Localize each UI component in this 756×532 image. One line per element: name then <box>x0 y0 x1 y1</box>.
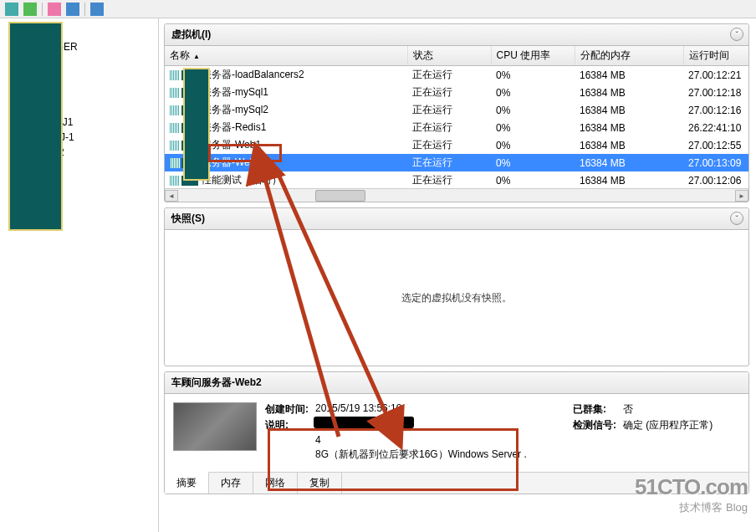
check-value: 确定 (应用程序正常) <box>623 418 740 432</box>
desc-value-3: 8G（新机器到位后要求16G）Windows Server . <box>315 448 564 462</box>
detail-meta: 创建时间: 2015/5/19 13:56:10 说明: che_W_Web2 … <box>265 402 564 463</box>
desc-value-2: 4 <box>315 434 564 446</box>
table-row[interactable]: 服务器-mySql2正在运行0%16384 MB27.00:12:16 <box>165 101 748 119</box>
toolbar-icon-3[interactable] <box>48 3 61 16</box>
watermark-line1: 51CTO.com <box>635 474 748 500</box>
redaction-scribble <box>314 417 414 428</box>
horizontal-scrollbar[interactable]: ◄ ► <box>165 188 748 202</box>
snapshot-body: 选定的虚拟机没有快照。 <box>165 230 748 366</box>
created-label: 创建时间: <box>265 402 315 417</box>
sidebar: 管理器 -MANAGER 1 1 4 5 CJJ1 -BJ-1 J-2 <box>0 18 159 532</box>
col-mem[interactable]: 分配的内存 <box>575 46 683 66</box>
collapse-icon[interactable]: ˇ <box>730 212 743 225</box>
redaction-box <box>183 68 210 181</box>
created-value: 2015/5/19 13:56:10 <box>315 402 564 417</box>
scroll-right-icon[interactable]: ► <box>735 190 748 202</box>
vm-table: 名称▲ 状态 CPU 使用率 分配的内存 运行时间 服务器-loadBalanc… <box>165 46 748 188</box>
watermark-line2: 技术博客 Blog <box>635 500 748 515</box>
col-cpu[interactable]: CPU 使用率 <box>491 46 575 66</box>
table-row[interactable]: 服务器-Redis1正在运行0%16384 MB26.22:41:10 <box>165 119 748 136</box>
table-row[interactable]: 服务器-Web2正在运行0%16384 MB27.00:13:09 <box>165 154 748 171</box>
toolbar-sep <box>84 3 85 16</box>
redaction-box <box>8 22 63 231</box>
scroll-thumb[interactable] <box>315 190 365 202</box>
detail-panel-header: 车顾问服务器-Web2 <box>165 372 748 394</box>
watermark: 51CTO.com 技术博客 Blog <box>635 474 748 515</box>
table-row[interactable]: 服务器-loadBalancers2正在运行0%16384 MB27.00:12… <box>165 66 748 84</box>
vm-panel: 虚拟机(I) ˇ 名称▲ 状态 CPU 使用率 分配的内存 运行时间 服务器-l… <box>164 23 749 202</box>
col-state[interactable]: 状态 <box>407 46 491 66</box>
cluster-value: 否 <box>623 402 740 417</box>
vm-panel-header: 虚拟机(I) ˇ <box>165 24 748 46</box>
snapshot-panel-title: 快照(S) <box>171 212 205 224</box>
check-label: 检测信号: <box>573 418 623 432</box>
snapshot-empty-text: 选定的虚拟机没有快照。 <box>401 291 512 305</box>
toolbar-icon-1[interactable] <box>5 3 18 16</box>
toolbar-sep <box>42 3 43 16</box>
toolbar <box>0 0 756 18</box>
toolbar-icon-5[interactable] <box>90 3 104 16</box>
detail-right: 已群集: 否 检测信号: 确定 (应用程序正常) <box>573 402 740 463</box>
col-time[interactable]: 运行时间 <box>683 46 748 66</box>
cluster-label: 已群集: <box>573 402 623 417</box>
snapshot-panel-header: 快照(S) ˇ <box>165 208 748 230</box>
detail-body: 创建时间: 2015/5/19 13:56:10 说明: che_W_Web2 … <box>165 394 748 472</box>
content-area: 虚拟机(I) ˇ 名称▲ 状态 CPU 使用率 分配的内存 运行时间 服务器-l… <box>159 18 756 532</box>
vm-panel-title: 虚拟机(I) <box>171 28 211 40</box>
col-name[interactable]: 名称▲ <box>165 46 407 66</box>
toolbar-icon-2[interactable] <box>23 3 37 16</box>
snapshot-panel: 快照(S) ˇ 选定的虚拟机没有快照。 <box>164 207 749 366</box>
table-row[interactable]: 服务器-Web1正在运行0%16384 MB27.00:12:55 <box>165 136 748 154</box>
scroll-left-icon[interactable]: ◄ <box>165 190 178 202</box>
tab-memory[interactable]: 内存 <box>209 473 253 494</box>
toolbar-icon-4[interactable] <box>66 3 79 16</box>
vm-thumbnail <box>173 402 257 451</box>
tab-network[interactable]: 网络 <box>253 473 298 494</box>
table-row[interactable]: 性能测试（临时）正在运行0%16384 MB27.00:12:06 <box>165 171 748 188</box>
collapse-icon[interactable]: ˇ <box>730 28 743 41</box>
detail-panel-title: 车顾问服务器-Web2 <box>171 376 262 388</box>
tab-replication[interactable]: 复制 <box>298 473 342 494</box>
tab-summary[interactable]: 摘要 <box>165 472 209 494</box>
table-row[interactable]: 服务器-mySql1正在运行0%16384 MB27.00:12:18 <box>165 84 748 101</box>
desc-label: 说明: <box>265 418 315 432</box>
